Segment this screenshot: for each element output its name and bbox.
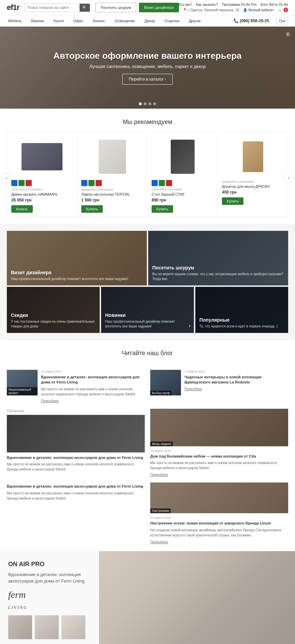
visit-designer-button[interactable]: Визит дизайнера xyxy=(139,3,179,12)
section-divider-1 xyxy=(7,109,288,109)
hero-dot-4[interactable] xyxy=(153,102,156,105)
product-buy-button-2[interactable]: Купить xyxy=(81,205,103,213)
top-header: ef1r 🔍 Посетить шоурум Визит дизайнера К… xyxy=(0,0,295,15)
hero-title: Авторское оформление вашего интерьера xyxy=(53,51,242,61)
blog-post-5: Настроение 14 марта 2018 Настроение осен… xyxy=(150,482,288,544)
link-onair-pro[interactable]: Программа On Air Pro xyxy=(222,3,256,6)
cart-icon[interactable]: 🛒 2 xyxy=(278,8,288,12)
header-address: 📍 г. Одесса, Окилной переулок, 18 xyxy=(183,8,239,12)
badge-red-1 xyxy=(26,180,32,186)
nav-finishing[interactable]: Отделка xyxy=(163,15,181,26)
blog-title-4: Дом под Боливийским небом — новая коллек… xyxy=(150,454,288,459)
product-buy-button-4[interactable]: Купить xyxy=(222,197,243,205)
product-brand-3: CERAMICA FLAMINIA xyxy=(152,188,183,191)
feature-arrow-new: › xyxy=(189,323,191,329)
carousel-next-button[interactable]: › xyxy=(284,173,293,183)
onair-label: ON AIR PRO xyxy=(8,561,91,568)
blog-title-5: Настроение осени: новая коллекция от шве… xyxy=(150,521,288,526)
badge-green-3 xyxy=(159,180,165,186)
feature-card-new[interactable]: Новинки Наш профессиональный дизайнер по… xyxy=(101,287,194,333)
product-name-3: Стул барный СТИГ xyxy=(152,192,185,196)
products-section: ‹ CERAMICA FLAMINIA Диван-кровать HAMMAR… xyxy=(0,132,295,224)
product-img-placeholder-1 xyxy=(22,143,62,170)
nav-other[interactable]: Другие xyxy=(187,15,202,26)
nav-office[interactable]: Офис xyxy=(72,15,85,26)
badge-green-1 xyxy=(18,180,25,186)
products-carousel: CERAMICA FLAMINIA Диван-кровать HAMMARN … xyxy=(7,132,288,217)
product-buy-button-1[interactable]: Купить xyxy=(11,205,33,213)
hero-catalog-button[interactable]: Перейти в каталог › xyxy=(122,74,173,85)
blog-post-4: Вещь недели 14 марта 2018 Дом под Боливи… xyxy=(150,409,288,477)
product-price-3: 890 грн xyxy=(152,198,166,202)
blog-title-1: Вдохновение в деталях: коллекция аксессу… xyxy=(41,375,145,385)
visit-showroom-button[interactable]: Посетить шоурум xyxy=(95,3,136,12)
blog-more-4[interactable]: Подробнее xyxy=(150,473,168,477)
nav-business[interactable]: Бизнес xyxy=(92,15,107,26)
section-divider-2 xyxy=(7,340,288,340)
site-logo[interactable]: ef1r xyxy=(7,3,19,12)
hero-dot-2[interactable] xyxy=(144,102,146,105)
product-name-2: Лампа настольная TERTIAL xyxy=(81,192,130,196)
feature-card-sale[interactable]: Скидки У нас постоянные скидки на очень … xyxy=(7,287,100,333)
blog-img-5: Настроение xyxy=(150,482,288,513)
hero-subtitle: Лучшая сантехника, освещение, мебель, па… xyxy=(53,64,242,69)
blog-content-1: 14 марта 2018 Вдохновение в деталях: кол… xyxy=(41,370,145,403)
nav-bathroom[interactable]: Ванная xyxy=(30,15,45,26)
ferm-living-text: LIVING xyxy=(8,605,28,610)
feature-grid-bottom: Скидки У нас постоянные скидки на очень … xyxy=(7,287,288,333)
onair-small-img-3 xyxy=(61,615,85,639)
nav-decor[interactable]: Декор xyxy=(143,15,156,26)
nav-lighting[interactable]: Освещение xyxy=(113,15,136,26)
hero-dot-3[interactable] xyxy=(149,102,151,105)
feature-title-popular: Популярные xyxy=(199,317,284,323)
nav-phone: 📞 (096) 958-25-25 xyxy=(234,18,269,23)
product-brand-2: Шведская Сантехника xyxy=(81,188,113,191)
blog-more-5[interactable]: Подробнее xyxy=(150,540,168,544)
logo-e: e xyxy=(7,3,11,12)
blog-premiere-tag: Премьера xyxy=(7,409,145,413)
link-blog[interactable]: Блог We're On Air xyxy=(261,3,288,6)
nav-currency-selector[interactable]: Грн xyxy=(276,17,288,24)
search-button[interactable]: 🔍 xyxy=(80,4,90,12)
product-badges-1 xyxy=(11,180,32,186)
main-nav: Мебель Ванная Кухня Офис Бизнес Освещени… xyxy=(0,15,295,27)
blog-more-2[interactable]: Подробнее xyxy=(184,387,202,391)
onair-small-img-2 xyxy=(35,615,59,639)
product-img-placeholder-2 xyxy=(99,140,126,174)
blog-post-2: Выбор проф 14 марта 2018 Чудесные интерь… xyxy=(150,370,288,403)
hero-dot-1[interactable] xyxy=(139,102,142,105)
blog-title-3b: Вдохновение в деталях: коллекция аксессу… xyxy=(7,484,145,489)
product-badges-3 xyxy=(152,180,172,186)
search-input[interactable] xyxy=(25,4,80,11)
blog-more-1[interactable]: Подробнее xyxy=(41,399,59,403)
carousel-prev-button[interactable]: ‹ xyxy=(2,173,11,183)
blog-date-5: 14 марта 2018 xyxy=(150,516,288,519)
link-who-we-are[interactable]: Кто мы? xyxy=(179,3,192,6)
blog-date-2: 14 марта 2018 xyxy=(184,370,288,373)
link-how-order[interactable]: Как заказать? xyxy=(196,3,218,6)
cart-badge: 2 xyxy=(283,8,288,12)
feature-overlay-showroom: Посетить шоурум Вы не верите нашим слова… xyxy=(148,231,288,285)
feature-card-popular[interactable]: Популярные То, что нравится всем и идет … xyxy=(195,287,288,333)
blog-post-3b: Вдохновение в деталях: коллекция аксессу… xyxy=(7,482,145,544)
logo-rest: f1r xyxy=(11,3,19,12)
feature-section: Визит дизайнера Наш профессиональный диз… xyxy=(0,224,295,340)
feature-grid-top: Визит дизайнера Наш профессиональный диз… xyxy=(7,231,288,285)
blog-text-4: Мы просто не можем не рассказать вам о н… xyxy=(150,460,288,471)
header-right: Кто мы? Как заказать? Программа On Air P… xyxy=(179,3,288,12)
product-badges-2 xyxy=(81,180,102,186)
search-bar: 🔍 xyxy=(24,3,90,12)
blog-title-2: Чудесные интерьеры в новой коллекции фра… xyxy=(184,375,288,385)
product-buy-button-3[interactable]: Купить xyxy=(152,205,173,213)
feature-card-designer[interactable]: Визит дизайнера Наш профессиональный диз… xyxy=(7,231,147,285)
feature-card-showroom[interactable]: Посетить шоурум Вы не верите нашим слова… xyxy=(148,231,288,285)
product-image-4 xyxy=(222,136,284,177)
blog-post-1: Реализованный проект 14 марта 2018 Вдохн… xyxy=(7,370,145,403)
personal-cabinet-link[interactable]: 👤 Личный кабинет xyxy=(243,8,274,12)
nav-furniture[interactable]: Мебель xyxy=(7,15,23,26)
feature-subtitle-showroom: Вы не верите нашим словам, что у нас пот… xyxy=(152,272,284,281)
product-image-3 xyxy=(152,136,213,177)
feature-title-designer: Визит дизайнера xyxy=(11,270,143,275)
badge-blue-2 xyxy=(81,180,87,186)
nav-kitchen[interactable]: Кухня xyxy=(52,15,65,26)
